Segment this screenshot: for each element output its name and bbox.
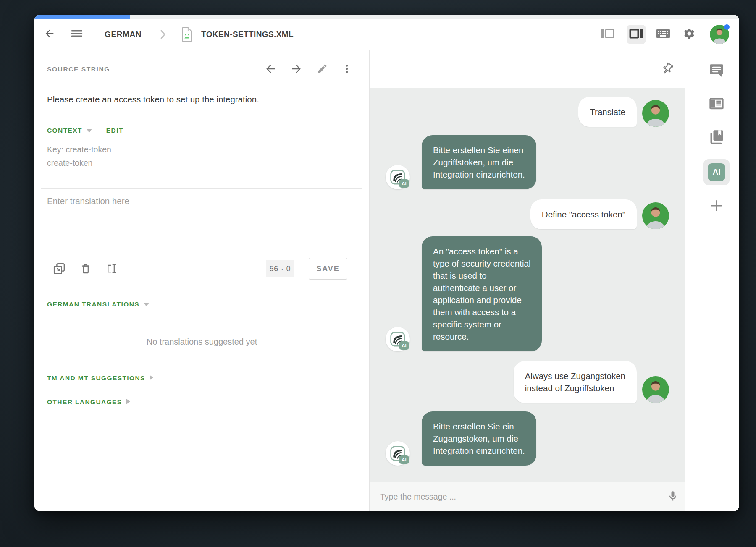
translation-input[interactable]: [47, 196, 357, 251]
more-vert-icon: [341, 63, 352, 76]
android-xml-file-icon: [181, 27, 193, 44]
tm-mt-header-label: TM AND MT SUGGESTIONS: [47, 374, 145, 382]
keyboard-icon: [656, 28, 670, 40]
chat-message: AI An "access token" is a type of securi…: [386, 236, 669, 351]
source-text: Please create an access token to set up …: [47, 94, 259, 105]
source-string-title: SOURCE STRING: [47, 65, 110, 73]
chat-message: AI Bitte erstellen Sie ein Zugangstoken,…: [386, 411, 669, 466]
voice-input-button[interactable]: [667, 490, 679, 503]
online-status-dot: [724, 24, 730, 30]
context-key: Key: create-token: [47, 145, 111, 154]
chat-message: Define "access token": [386, 199, 669, 229]
pencil-icon: [316, 63, 328, 76]
source-string-panel: SOURCE STRING Please create an access to…: [34, 50, 370, 511]
breadcrumb-language[interactable]: GERMAN: [105, 30, 142, 39]
layout-left-icon: [600, 28, 616, 41]
right-tool-rail: AI: [685, 50, 739, 511]
layout-left-panel-toggle[interactable]: [600, 28, 616, 41]
clear-translation-button[interactable]: [80, 263, 92, 276]
select-text-button[interactable]: [106, 263, 118, 276]
context-row: CONTEXT EDIT: [47, 127, 123, 134]
context-toggle[interactable]: CONTEXT: [47, 127, 92, 134]
comments-tab[interactable]: [706, 61, 727, 81]
app-window: GERMAN TOKEN-SETTINGS.XML: [34, 15, 739, 511]
edit-label: EDIT: [106, 127, 123, 134]
other-languages-section-toggle[interactable]: OTHER LANGUAGES: [47, 398, 130, 406]
context-info-tab[interactable]: [706, 94, 727, 114]
chevron-down-icon: [87, 127, 92, 134]
translation-toolbar: [53, 262, 118, 276]
plus-icon: [709, 199, 724, 214]
layout-right-icon: [628, 28, 644, 41]
pin-chat-button[interactable]: [661, 63, 674, 76]
microphone-icon: [667, 490, 679, 503]
progress-bar: [34, 15, 739, 19]
user-avatar: [642, 202, 669, 229]
other-languages-header-label: OTHER LANGUAGES: [47, 398, 122, 406]
divider: [41, 188, 362, 189]
edit-context-button[interactable]: EDIT: [106, 127, 123, 134]
chevron-down-icon: [144, 301, 149, 308]
layout-right-panel-toggle[interactable]: [627, 25, 646, 44]
text-cursor-icon: [106, 263, 118, 276]
copy-source-button[interactable]: [53, 262, 66, 276]
ai-avatar: AI: [386, 441, 410, 466]
divider: [41, 290, 362, 290]
chat-message-input[interactable]: [370, 482, 667, 511]
header-bar: GERMAN TOKEN-SETTINGS.XML: [34, 19, 739, 50]
settings-button[interactable]: [683, 27, 696, 41]
ai-chat-bubble: Bitte erstellen Sie einen Zugriffstoken,…: [422, 135, 536, 189]
ai-avatar: AI: [386, 327, 410, 351]
edit-source-button[interactable]: [316, 63, 328, 76]
menu-button[interactable]: [71, 29, 83, 40]
arrow-left-icon: [264, 63, 277, 76]
glossary-tab[interactable]: [706, 127, 727, 147]
tm-mt-section-toggle[interactable]: TM AND MT SUGGESTIONS: [47, 374, 153, 382]
user-chat-bubble: Define "access token": [530, 199, 637, 229]
ai-badge: AI: [399, 341, 409, 350]
context-value: create-token: [47, 158, 92, 168]
chat-message: AI Bitte erstellen Sie einen Zugriffstok…: [386, 135, 669, 189]
chat-message: Translate: [386, 97, 669, 127]
progress-bar-fill: [34, 15, 130, 19]
no-translations-message: No translations suggested yet: [34, 337, 369, 347]
chevron-right-icon: [126, 398, 130, 406]
bookmark-books-icon: [708, 128, 725, 147]
user-chat-bubble: Always use Zugangstoken instead of Zugri…: [514, 361, 637, 403]
add-tool-button[interactable]: [706, 196, 727, 216]
ai-chat-panel: Translate AI Bit: [370, 50, 685, 511]
character-counter: 56 · 0: [266, 260, 294, 277]
save-button[interactable]: SAVE: [309, 258, 347, 280]
more-options-button[interactable]: [341, 63, 352, 76]
string-navigation: [264, 63, 352, 76]
arrow-left-icon: [44, 28, 55, 41]
pushpin-icon: [661, 63, 674, 76]
breadcrumb-chevron-icon: [159, 29, 167, 42]
user-avatar: [642, 100, 669, 127]
context-label: CONTEXT: [47, 127, 82, 134]
translations-header-label: GERMAN TRANSLATIONS: [47, 301, 139, 308]
ai-chat-bubble: Bitte erstellen Sie ein Zugangstoken, um…: [422, 411, 536, 466]
hamburger-icon: [71, 29, 83, 40]
ai-badge: AI: [399, 179, 409, 188]
ai-assistant-tab[interactable]: AI: [704, 159, 730, 185]
copy-icon: [53, 262, 66, 276]
chat-message: Always use Zugangstoken instead of Zugri…: [386, 361, 669, 403]
ai-chat-bubble: An "access token" is a type of security …: [422, 236, 542, 351]
next-string-button[interactable]: [290, 63, 303, 76]
main-content: SOURCE STRING Please create an access to…: [34, 50, 739, 511]
ai-icon: AI: [708, 163, 725, 181]
breadcrumb-file[interactable]: TOKEN-SETTINGS.XML: [201, 30, 294, 39]
comment-icon: [708, 63, 725, 81]
back-button[interactable]: [44, 28, 55, 41]
user-avatar: [642, 376, 669, 403]
arrow-right-icon: [290, 63, 303, 76]
trash-icon: [80, 263, 92, 276]
keyboard-button[interactable]: [656, 28, 670, 40]
ai-avatar: AI: [386, 165, 410, 189]
translations-section-toggle[interactable]: GERMAN TRANSLATIONS: [47, 301, 149, 308]
article-card-icon: [708, 95, 725, 113]
chat-message-list[interactable]: Translate AI Bit: [370, 88, 685, 482]
previous-string-button[interactable]: [264, 63, 277, 76]
chevron-right-icon: [150, 374, 153, 382]
